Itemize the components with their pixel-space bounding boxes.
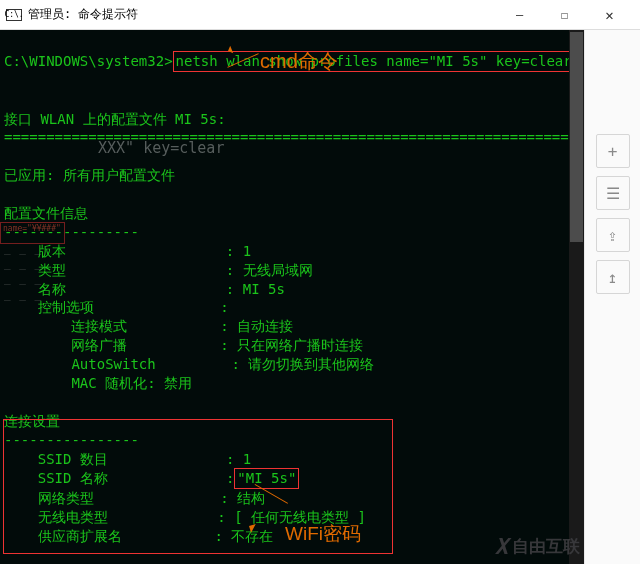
window-controls: — ☐ ✕ (497, 0, 632, 30)
row-autoswitch: AutoSwitch : 请勿切换到其他网络 (4, 356, 374, 372)
ghost-cmd-overlay: XXX" key=clear (98, 139, 224, 157)
ghost-line: — — — (4, 262, 42, 275)
close-button[interactable]: ✕ (587, 0, 632, 30)
section-conn: 连接设置 (4, 413, 60, 429)
watermark-text: 自由互联 (512, 535, 580, 558)
right-sidebar: + ☰ ⇪ ↥ (584, 30, 640, 564)
row-vendor: 供应商扩展名 : 不存在 (4, 528, 273, 544)
row-mac: MAC 随机化: 禁用 (4, 375, 192, 391)
divider: ========================================… (4, 129, 584, 145)
minimize-button[interactable]: — (497, 0, 542, 30)
dash: ---------------- (4, 432, 139, 448)
ghost-line: — — — (4, 293, 42, 306)
prompt-path: C:\WINDOWS\system32> (4, 53, 173, 69)
row-type: 类型 : 无线局域网 (4, 262, 313, 278)
ghost-line: — — — (4, 247, 42, 260)
console-scrollbar[interactable] (569, 30, 584, 564)
maximize-button[interactable]: ☐ (542, 0, 587, 30)
section-profile-info: 配置文件信息 (4, 205, 88, 221)
row-nettype: 网络类型 : 结构 (4, 490, 265, 506)
applied-label: 已应用: 所有用户配置文件 (4, 167, 175, 183)
console-output[interactable]: C:\WINDOWS\system32>netsh wlan show prof… (0, 30, 584, 564)
row-name: 名称 : MI 5s (4, 281, 285, 297)
window-title: 管理员: 命令提示符 (28, 6, 497, 23)
watermark: X 自由互联 (495, 534, 580, 559)
cmd-window: C:\. 管理员: 命令提示符 — ☐ ✕ C:\WINDOWS\system3… (0, 0, 640, 565)
annotation-wifi: WiFi密码 (285, 521, 361, 547)
ghost-line: — — — (4, 277, 42, 290)
row-connmode: 连接模式 : 自动连接 (4, 318, 293, 334)
row-broadcast: 网络广播 : 只在网络广播时连接 (4, 337, 363, 353)
profile-header: 接口 WLAN 上的配置文件 MI 5s: (4, 111, 226, 127)
titlebar: C:\. 管理员: 命令提示符 — ☐ ✕ (0, 0, 640, 30)
arrow-cmd-annot (226, 48, 262, 68)
scrollbar-thumb[interactable] (570, 32, 583, 242)
watermark-icon: X (495, 534, 508, 559)
ghost-small-box: name="¥¥###" (0, 222, 65, 244)
sidebar-add-icon[interactable]: + (596, 134, 630, 168)
sidebar-list-icon[interactable]: ☰ (596, 176, 630, 210)
annotation-cmd: cmd命令 (260, 48, 338, 75)
row-ssid-count: SSID 数目 : 1 (4, 451, 251, 467)
cmd-icon: C:\. (6, 9, 22, 21)
sidebar-upload-icon[interactable]: ↥ (596, 260, 630, 294)
sidebar-share-icon[interactable]: ⇪ (596, 218, 630, 252)
arrow-wifi-annot (246, 503, 288, 531)
